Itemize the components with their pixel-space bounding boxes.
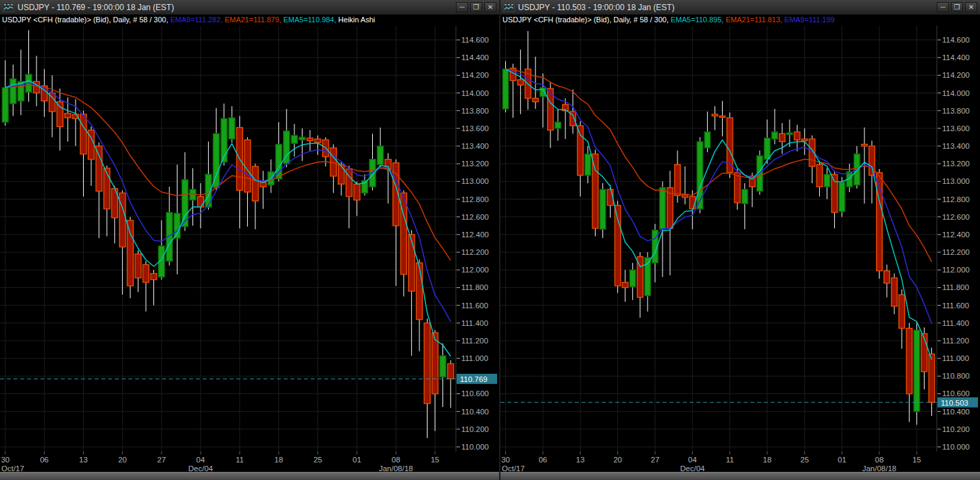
ema-value-label: EMA9=111.282, — [170, 16, 225, 24]
chart-window-icon — [503, 3, 515, 12]
svg-text:18: 18 — [763, 456, 772, 464]
current-price-tag: 110.503 — [937, 398, 978, 408]
svg-text:15: 15 — [912, 456, 921, 464]
svg-text:25: 25 — [313, 456, 322, 464]
svg-text:18: 18 — [274, 456, 283, 464]
svg-text:114.600: 114.600 — [461, 36, 489, 44]
svg-text:112.000: 112.000 — [461, 266, 489, 274]
instrument-info-bar: USDJPY <CFH (tradable)> (Bid), Daily, # … — [0, 15, 499, 26]
svg-text:110.600: 110.600 — [942, 389, 970, 398]
svg-text:11: 11 — [726, 456, 734, 464]
svg-text:114.000: 114.000 — [942, 89, 970, 97]
svg-text:113.400: 113.400 — [942, 142, 970, 150]
svg-text:111.000: 111.000 — [461, 354, 488, 362]
svg-text:110.200: 110.200 — [461, 425, 489, 433]
svg-text:110.000: 110.000 — [942, 443, 970, 451]
window-controls: ─ ❒ ✕ — [937, 2, 977, 12]
svg-text:112.600: 112.600 — [942, 213, 970, 221]
svg-text:Dec/04: Dec/04 — [188, 464, 213, 472]
svg-text:Jan/08/18: Jan/08/18 — [379, 464, 413, 472]
svg-text:114.200: 114.200 — [942, 71, 970, 79]
svg-text:114.000: 114.000 — [461, 89, 489, 97]
close-button[interactable]: ✕ — [484, 2, 496, 12]
maximize-button[interactable]: ❒ — [470, 2, 482, 12]
svg-text:113.200: 113.200 — [942, 160, 970, 168]
svg-text:113.000: 113.000 — [461, 177, 489, 185]
svg-text:30: 30 — [501, 456, 510, 464]
svg-text:Oct/17: Oct/17 — [502, 464, 525, 472]
svg-text:110.600: 110.600 — [461, 389, 489, 398]
svg-text:01: 01 — [837, 456, 846, 464]
minimize-button[interactable]: ─ — [937, 2, 949, 12]
svg-text:111.400: 111.400 — [461, 319, 488, 327]
svg-text:Jan/08/18: Jan/08/18 — [862, 464, 897, 472]
svg-text:110.000: 110.000 — [461, 443, 489, 451]
svg-text:11: 11 — [236, 456, 244, 464]
svg-text:112.400: 112.400 — [942, 231, 970, 239]
ema-value-label: EMA5=110.984, — [283, 16, 338, 24]
instrument-label: USDJPY <CFH (tradable)> (Bid), Daily, # … — [502, 16, 671, 24]
svg-text:112.800: 112.800 — [461, 195, 489, 203]
svg-text:114.200: 114.200 — [461, 71, 489, 79]
svg-text:111.200: 111.200 — [942, 337, 969, 345]
current-price-tag: 110.769 — [457, 374, 497, 384]
maximize-button[interactable]: ❒ — [951, 2, 963, 12]
svg-text:113.800: 113.800 — [461, 107, 489, 115]
svg-text:30: 30 — [1, 456, 9, 464]
trading-workspace: USDJPY - 110.769 - 19:00:00 18 Jan (EST)… — [0, 0, 980, 480]
close-button[interactable]: ✕ — [965, 2, 977, 12]
svg-text:06: 06 — [538, 456, 547, 464]
ema-value-label: EMA21=111.879, — [225, 16, 284, 24]
svg-text:08: 08 — [392, 456, 401, 464]
svg-text:111.800: 111.800 — [942, 283, 969, 291]
svg-text:15: 15 — [431, 456, 440, 464]
svg-text:110.200: 110.200 — [942, 425, 970, 433]
minimize-button[interactable]: ─ — [456, 2, 468, 12]
svg-text:20: 20 — [613, 456, 622, 464]
svg-text:111.400: 111.400 — [942, 319, 969, 327]
svg-text:27: 27 — [157, 456, 166, 464]
svg-text:27: 27 — [651, 456, 660, 464]
svg-text:113.200: 113.200 — [461, 160, 489, 168]
svg-text:112.600: 112.600 — [461, 213, 489, 221]
svg-text:04: 04 — [197, 456, 205, 464]
svg-text:112.400: 112.400 — [461, 231, 489, 239]
svg-text:04: 04 — [688, 456, 697, 464]
window-title: USDJPY - 110.769 - 19:00:00 18 Jan (EST) — [18, 3, 453, 12]
svg-text:06: 06 — [40, 456, 49, 464]
svg-text:110.769: 110.769 — [460, 375, 488, 383]
ema-value-label: EMA9=111.199 — [784, 16, 835, 24]
instrument-info-bar: USDJPY <CFH (tradable)> (Bid), Daily, # … — [500, 15, 980, 26]
svg-text:111.800: 111.800 — [461, 283, 488, 291]
svg-text:25: 25 — [800, 456, 809, 464]
svg-text:113.000: 113.000 — [942, 177, 970, 185]
svg-text:111.000: 111.000 — [942, 354, 969, 362]
svg-text:110.400: 110.400 — [942, 408, 970, 416]
svg-text:110.503: 110.503 — [941, 399, 969, 407]
window-bottom-edge — [500, 472, 980, 480]
svg-text:114.400: 114.400 — [942, 53, 970, 62]
svg-text:111.600: 111.600 — [942, 302, 969, 310]
svg-text:110.400: 110.400 — [461, 408, 489, 416]
svg-text:Dec/04: Dec/04 — [680, 464, 705, 472]
ema-value-label: EMA21=111.813, — [725, 16, 784, 24]
chart-window-icon — [3, 3, 14, 12]
candlestick-chart[interactable]: 110.000110.200110.400110.600110.800111.0… — [500, 26, 980, 472]
svg-text:111.200: 111.200 — [461, 337, 488, 345]
ema-value-label: EMA5=110.895, — [671, 16, 725, 24]
svg-text:Oct/17: Oct/17 — [1, 464, 24, 472]
svg-text:114.400: 114.400 — [461, 53, 489, 62]
instrument-label: USDJPY <CFH (tradable)> (Bid), Daily, # … — [2, 16, 170, 24]
svg-text:112.200: 112.200 — [461, 248, 489, 256]
svg-text:111.600: 111.600 — [461, 302, 488, 310]
window-controls: ─ ❒ ✕ — [456, 2, 496, 12]
window-bottom-edge — [0, 472, 499, 480]
svg-text:20: 20 — [118, 456, 127, 464]
candlestick-chart-heikin-ashi[interactable]: 110.000110.200110.400110.600111.000111.2… — [0, 26, 499, 472]
svg-text:113.600: 113.600 — [942, 124, 970, 133]
svg-text:113.800: 113.800 — [942, 107, 970, 115]
titlebar-left[interactable]: USDJPY - 110.769 - 19:00:00 18 Jan (EST)… — [0, 0, 499, 15]
svg-text:112.800: 112.800 — [942, 195, 970, 203]
svg-text:13: 13 — [576, 456, 585, 464]
titlebar-right[interactable]: USDJPY - 110.503 - 19:00:00 18 Jan (EST)… — [500, 0, 980, 15]
